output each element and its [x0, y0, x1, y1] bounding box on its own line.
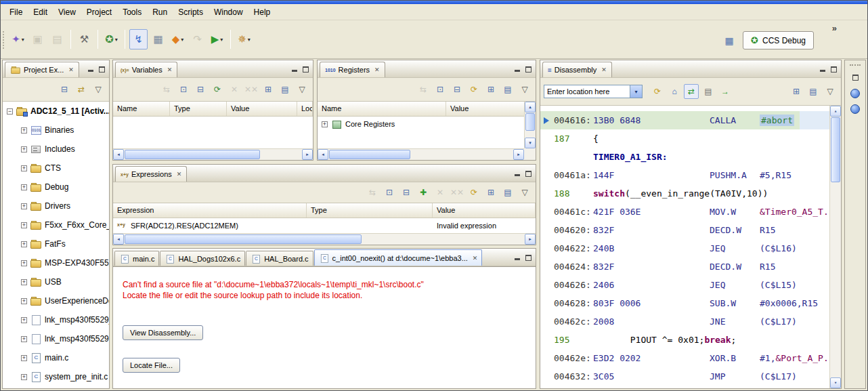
minimized-view-icon-2[interactable]: [850, 104, 860, 114]
link-with-debug-context-icon[interactable]: ⇄: [684, 84, 699, 99]
tab-variables[interactable]: (x)= Variables ✕: [115, 62, 177, 77]
column-header-value[interactable]: Value: [227, 102, 297, 116]
close-icon[interactable]: ✕: [177, 171, 182, 178]
variables-hscrollbar[interactable]: ◂ ▸: [113, 148, 313, 160]
scroll-right-icon[interactable]: ▸: [513, 149, 524, 160]
connect-target-icon[interactable]: ↯: [129, 29, 148, 49]
maximize-view-icon[interactable]: [524, 64, 533, 73]
step-into-assembly-icon[interactable]: →: [718, 84, 733, 99]
minimize-view-icon[interactable]: [513, 64, 521, 73]
tab-registers[interactable]: 1010 Registers ✕: [320, 62, 385, 77]
minimize-view-icon[interactable]: [513, 253, 521, 262]
menu-item-view[interactable]: View: [53, 5, 81, 19]
tree-item[interactable]: −ADC12_5_11 [Activ...: [3, 102, 109, 121]
registers-vscrollbar[interactable]: ▴ ▾: [524, 102, 536, 148]
disassembly-line[interactable]: 197 P1OUT ^= 0x02;break;: [540, 386, 829, 388]
minimize-view-icon[interactable]: [818, 64, 827, 73]
tree-item[interactable]: +UserExperienceDe...: [3, 291, 109, 310]
tree-item[interactable]: +F5xx_F6xx_Core_...: [3, 215, 109, 234]
scroll-up-icon[interactable]: ▴: [830, 106, 841, 117]
menu-item-file[interactable]: File: [4, 5, 28, 19]
maximize-view-icon[interactable]: [524, 253, 533, 262]
debug-icon[interactable]: ✪▾: [102, 29, 121, 49]
tree-item[interactable]: +USB: [3, 272, 109, 291]
close-icon[interactable]: ✕: [601, 66, 607, 73]
disassembly-line[interactable]: 00462e:E3D2 0202XOR.B#1,&Port_A_P.: [540, 349, 829, 367]
maximize-view-icon[interactable]: [524, 169, 533, 178]
scroll-left-icon[interactable]: ◂: [113, 149, 124, 160]
layout-icon[interactable]: ▤: [500, 82, 515, 97]
expand-expander-icon[interactable]: +: [21, 298, 27, 304]
collapse-all-icon[interactable]: ⊟: [450, 82, 464, 97]
resume-icon[interactable]: ▶▾: [208, 29, 226, 49]
minimize-view-icon[interactable]: [513, 169, 521, 178]
target-configuration-icon[interactable]: ▦: [149, 29, 167, 49]
pin-to-debug-context-icon[interactable]: ⊡: [433, 82, 448, 97]
disassembly-line[interactable]: 004626:2406JEQ(C$L15): [540, 276, 829, 294]
expand-expander-icon[interactable]: +: [21, 336, 27, 342]
expand-expander-icon[interactable]: +: [21, 260, 27, 266]
scroll-right-icon[interactable]: ▸: [302, 149, 313, 160]
disassembly-line[interactable]: 004632:3C05JMP(C$L17): [540, 367, 829, 386]
scroll-left-icon[interactable]: ◂: [113, 234, 124, 245]
editor-tab[interactable]: HAL_Board.c: [246, 251, 313, 266]
fast-view-bar-handle[interactable]: [850, 64, 861, 67]
refresh-icon[interactable]: ⟳: [210, 82, 225, 97]
collapse-all-icon[interactable]: ⊟: [57, 82, 72, 97]
combo-dropdown-icon[interactable]: ▾: [630, 85, 643, 98]
expressions-hscrollbar[interactable]: ◂ ▸: [113, 233, 536, 245]
expand-expander-icon[interactable]: +: [21, 203, 27, 209]
expand-expander-icon[interactable]: +: [21, 222, 27, 228]
scripts-wand-icon[interactable]: ✵▾: [235, 29, 253, 49]
refresh-icon[interactable]: ⟳: [466, 185, 481, 200]
tree-item[interactable]: +MSP-EXP430F5529...: [3, 253, 109, 272]
registers-hscrollbar[interactable]: ◂ ▸: [318, 148, 524, 160]
tree-item[interactable]: +CTS: [3, 159, 109, 178]
disassembly-line[interactable]: 00461a:144FPUSHM.A#5,R15: [540, 166, 829, 184]
maximize-view-icon[interactable]: [301, 64, 310, 73]
column-header-type[interactable]: Type: [170, 102, 227, 116]
tree-item[interactable]: +lnk_msp430f5529...: [3, 329, 109, 348]
expand-expander-icon[interactable]: +: [21, 146, 27, 152]
maximize-view-icon[interactable]: [829, 64, 838, 73]
menu-item-window[interactable]: Window: [209, 5, 248, 19]
restore-views-icon[interactable]: [850, 73, 861, 83]
close-icon[interactable]: ✕: [167, 66, 173, 73]
editor-tab[interactable]: main.c: [114, 251, 159, 266]
scroll-right-icon[interactable]: ▸: [525, 234, 536, 245]
build-icon[interactable]: ⚒: [75, 29, 93, 49]
view-menu-icon[interactable]: ▽: [823, 84, 838, 99]
column-header-value[interactable]: Value: [433, 203, 536, 218]
pin-to-debug-context-icon[interactable]: ⊡: [176, 82, 191, 97]
disassembly-line[interactable]: 00462c:2008JNE(C$L17): [540, 312, 829, 331]
disassembly-line[interactable]: 188switch(__even_in_range(TA0IV,10)): [540, 184, 829, 203]
collapse-expander-icon[interactable]: −: [7, 108, 13, 115]
disassembly-line[interactable]: TIMER0_A1_ISR:: [540, 148, 829, 166]
view-menu-icon[interactable]: ▽: [295, 82, 309, 97]
disassembly-line[interactable]: 004616:13B0 6848CALLA#abort: [540, 111, 829, 129]
column-header-type[interactable]: Type: [307, 203, 433, 218]
layout-icon[interactable]: ▤: [500, 185, 515, 200]
scroll-left-icon[interactable]: ◂: [318, 149, 328, 160]
tree-item[interactable]: +Binaries: [3, 121, 109, 140]
new-view-icon[interactable]: ⊞: [483, 82, 498, 97]
flash-icon[interactable]: ◆▾: [169, 29, 187, 49]
tree-item[interactable]: +system_pre_init.c: [3, 367, 109, 386]
scrollbar-thumb[interactable]: [125, 150, 260, 159]
disassembly-line[interactable]: 187{: [540, 129, 829, 148]
column-header-expression[interactable]: Expression: [113, 203, 307, 218]
disassembly-line[interactable]: 004628:803F 0006SUB.W#0x0006,R15: [540, 294, 829, 312]
open-perspective-icon[interactable]: ▦: [720, 32, 738, 49]
link-with-editor-icon[interactable]: ⇄: [74, 82, 89, 97]
minimized-view-icon-1[interactable]: [850, 89, 860, 98]
show-source-icon[interactable]: ▤: [701, 84, 716, 99]
tab-disassembly[interactable]: ≡ Disassembly ✕: [542, 62, 612, 77]
column-header-value[interactable]: Value: [446, 102, 536, 116]
disassembly-line[interactable]: 00461c:421F 036EMOV.W&Timer0_A5_T.: [540, 203, 829, 221]
scroll-down-icon[interactable]: ▾: [830, 377, 841, 388]
toolbar-overflow-chevron[interactable]: »: [832, 23, 837, 33]
layout-icon[interactable]: ▤: [806, 84, 821, 99]
minimize-view-icon[interactable]: [290, 64, 299, 73]
column-header-name[interactable]: Name: [318, 102, 446, 116]
menu-item-help[interactable]: Help: [248, 5, 276, 19]
